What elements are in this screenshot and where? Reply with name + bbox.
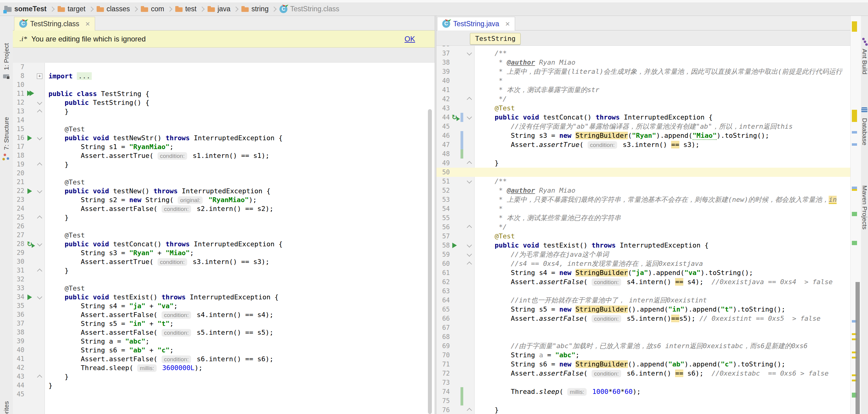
code-line[interactable]: 51 /**	[436, 177, 850, 186]
code-line[interactable]: 74 Thread.sleep( millis: 1000*60*60);	[436, 387, 850, 396]
ok-link[interactable]: OK	[404, 35, 415, 43]
fold-icon[interactable]	[37, 294, 42, 299]
code-text[interactable]: String s4 = "ja" + "va";	[44, 301, 435, 310]
code-line[interactable]: 30 Assert.assertTrue( condition: s3.inte…	[13, 257, 435, 266]
fold-icon[interactable]	[37, 162, 42, 167]
code-text[interactable]: Assert.assertFalse( condition: s5.intern…	[474, 314, 850, 323]
code-line[interactable]: 49 }	[436, 158, 850, 168]
code-line[interactable]: 46 String s3 = new StringBuilder("Ryan")…	[436, 131, 850, 140]
code-line[interactable]: 43 }	[13, 372, 435, 381]
fold-icon[interactable]	[467, 50, 472, 56]
run-test-icon[interactable]	[27, 135, 32, 141]
tab-teststring-class[interactable]: C TestString.class ×	[14, 17, 95, 30]
code-text[interactable]: }	[44, 266, 435, 275]
code-text[interactable]: @Test	[44, 284, 435, 293]
code-line[interactable]: 31 }	[13, 266, 435, 275]
code-line[interactable]: 61 String s4 = new StringBuilder("ja").a…	[436, 268, 850, 277]
code-line[interactable]: 10	[13, 81, 435, 89]
code-line[interactable]: 40 *	[436, 76, 850, 85]
code-text[interactable]: String a = "abc";	[474, 351, 850, 360]
code-line[interactable]: 39 * 上栗中，由于字面量(literal)会生成对象，并放入常量池，因此可以…	[436, 67, 850, 76]
fold-icon[interactable]	[37, 100, 42, 105]
code-line[interactable]: 57 @Test	[436, 232, 850, 241]
code-line[interactable]: 23 String s2 = new String( original: "Ry…	[13, 196, 435, 204]
code-text[interactable]: String s1 = "RyanMiao";	[44, 142, 435, 151]
code-line[interactable]: 15 @Test	[13, 125, 435, 134]
code-line[interactable]: 63	[436, 287, 850, 296]
fold-icon[interactable]	[37, 135, 42, 140]
fold-icon[interactable]	[467, 161, 472, 166]
code-line[interactable]: 36 Assert.assertFalse( condition: s4.int…	[13, 310, 435, 319]
run-class-icon[interactable]	[27, 89, 32, 98]
right-scrollbar[interactable]	[856, 282, 860, 414]
left-editor[interactable]: 78import ...1011public class TestString …	[13, 63, 435, 414]
code-text[interactable]: public void testNewStr() throws Interrup…	[44, 134, 435, 142]
code-line[interactable]: 17 String s1 = "RyanMiao";	[13, 142, 435, 151]
code-text[interactable]: @Test	[44, 125, 435, 134]
code-line[interactable]: 37 String s5 = "in" + "t";	[13, 319, 435, 328]
left-scrollbar[interactable]	[428, 109, 432, 414]
breadcrumb-item[interactable]: string	[241, 5, 269, 13]
breadcrumb-item[interactable]: classes	[97, 5, 130, 13]
tool-button-maven-projects[interactable]: Maven Projects	[861, 185, 868, 230]
code-text[interactable]: public TestString() {	[44, 98, 435, 107]
code-text[interactable]: //s4 == 0xs4, intern发现常量池存在，返回0xexistjav…	[474, 259, 850, 268]
code-line[interactable]: 26	[13, 222, 435, 231]
code-text[interactable]: @Test	[44, 178, 435, 186]
warning-stripe-mark[interactable]	[852, 21, 857, 32]
code-line[interactable]: 25 }	[13, 213, 435, 222]
code-text[interactable]: /**	[474, 49, 850, 58]
code-text[interactable]: Assert.assertFalse( condition: s2.intern…	[44, 204, 435, 213]
code-line[interactable]: 70 String a = "abc";	[436, 351, 850, 360]
code-line[interactable]: 42 */	[436, 94, 850, 104]
ant-icon[interactable]	[862, 38, 865, 40]
code-line[interactable]: 35 String s4 = "ja" + "va";	[13, 301, 435, 310]
code-line[interactable]: 27 @Test	[13, 231, 435, 240]
info-stripe-mark[interactable]	[852, 131, 857, 134]
code-line[interactable]: 44}	[13, 381, 435, 390]
code-line[interactable]: 69 //由于字面量"abc"加载时，已放入常量池，故s6 intern返回0x…	[436, 342, 850, 351]
editor-splitter[interactable]	[435, 16, 436, 414]
code-text[interactable]: Assert.assertFalse( condition: s6.intern…	[474, 369, 850, 378]
rerun-test-icon[interactable]	[27, 241, 32, 247]
breadcrumb-item[interactable]: someTest	[4, 5, 46, 13]
code-line[interactable]: 54 *	[436, 204, 850, 213]
code-text[interactable]: String s2 = new String( original: "RyanM…	[44, 196, 435, 205]
code-text[interactable]: */	[474, 223, 850, 232]
code-line[interactable]: 58 public void testExist() throws Interr…	[436, 241, 850, 250]
code-text[interactable]: * @author Ryan Miao	[474, 58, 850, 67]
code-line[interactable]: 12 public TestString() {	[13, 98, 435, 107]
code-text[interactable]: //为毛常量池存在java这个单词	[474, 250, 850, 259]
fold-icon[interactable]	[467, 225, 472, 230]
code-text[interactable]: @Test	[474, 232, 850, 241]
fold-icon[interactable]	[37, 109, 42, 114]
code-line[interactable]: 21 @Test	[13, 178, 435, 186]
tool-button-project[interactable]: 1: Project	[3, 43, 10, 70]
added-stripe-mark[interactable]	[852, 212, 857, 216]
code-line[interactable]: 50	[436, 168, 850, 177]
code-line[interactable]: 45 //没有任何字面量为"ab"暴露给编译器，所以常量池没有创建"ab"，所以…	[436, 122, 850, 131]
tool-button-structure[interactable]: 7: Structure	[3, 117, 10, 150]
code-line[interactable]: 76 }	[436, 406, 850, 414]
code-text[interactable]: }	[44, 160, 435, 169]
code-text[interactable]: public void testExist() throws Interrupt…	[44, 293, 435, 301]
code-text[interactable]: String s4 = new StringBuilder("ja").appe…	[474, 268, 850, 277]
code-text[interactable]: @Test	[44, 231, 435, 240]
code-line[interactable]: 34 public void testExist() throws Interr…	[13, 293, 435, 301]
code-text[interactable]: String s5 = "in" + "t";	[44, 319, 435, 328]
breadcrumb-item[interactable]: CTestString.class	[279, 5, 339, 13]
code-line[interactable]: 38 * @author Ryan Miao	[436, 58, 850, 67]
code-line[interactable]: 73	[436, 378, 850, 387]
code-text[interactable]: * @author Ryan Miao	[474, 186, 850, 195]
code-line[interactable]: 48	[436, 149, 850, 158]
code-line[interactable]: 65 String s5 = new StringBuilder().appen…	[436, 305, 850, 314]
fold-icon[interactable]	[37, 374, 42, 380]
code-line[interactable]: 14	[13, 116, 435, 125]
code-text[interactable]: Assert.assertTrue( condition: s3.intern(…	[44, 257, 435, 266]
code-line[interactable]: 22 public void testNew() throws Interrup…	[13, 186, 435, 196]
fold-icon[interactable]	[37, 241, 42, 246]
code-text[interactable]: public void testNew() throws Interrupted…	[44, 186, 435, 196]
code-line[interactable]: 19 }	[13, 160, 435, 169]
code-text[interactable]: }	[474, 158, 850, 168]
code-line[interactable]: 53 * 上栗中，只要不暴露我们最终的字符串，常量池基本不会存在，则每次新建(n…	[436, 195, 850, 204]
